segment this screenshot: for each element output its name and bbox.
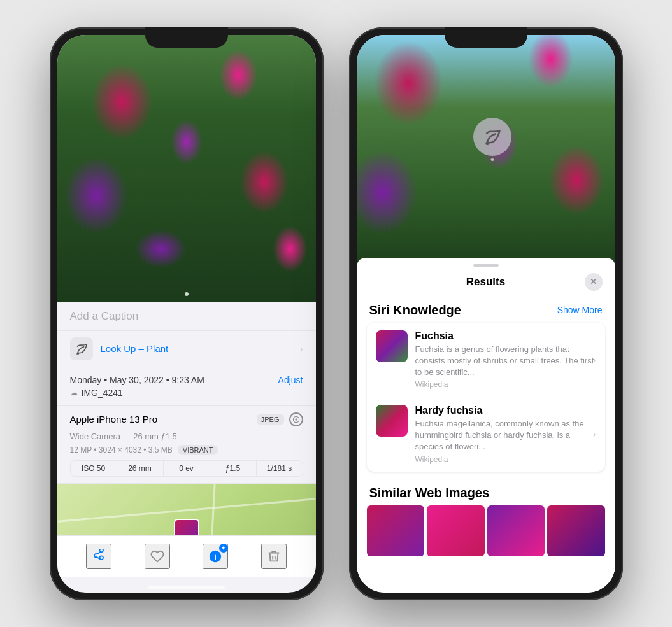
- fuchsia-content: Fuchsia Fuchsia is a genus of flowering …: [415, 330, 596, 390]
- flower-image-right: [357, 35, 615, 277]
- similar-images: [357, 505, 615, 556]
- close-button[interactable]: ✕: [585, 273, 603, 291]
- siri-knowledge-title: Siri Knowledge: [369, 303, 461, 318]
- fuchsia-name: Fuchsia: [415, 330, 596, 342]
- info-button[interactable]: i ✦: [203, 544, 228, 569]
- fuchsia-thumbnail: [376, 330, 408, 362]
- hardy-chevron-icon: ›: [593, 429, 596, 439]
- hardy-thumbnail: [376, 405, 408, 437]
- exif-iso: ISO 50: [71, 461, 117, 476]
- siri-dot: [490, 158, 494, 161]
- fuchsia-chevron-icon: ›: [593, 355, 596, 365]
- lookup-label: Look Up – Plant: [101, 343, 169, 354]
- cloud-icon: ☁: [70, 388, 78, 397]
- resolution: 12 MP • 3024 × 4032 • 3.5 MB: [70, 446, 173, 454]
- right-screen: Results ✕ Siri Knowledge Show More Fuchs…: [357, 35, 615, 593]
- similar-img-2[interactable]: [427, 505, 485, 556]
- left-phone: Add a Caption Look Up – Plant › Monday •…: [50, 27, 324, 600]
- meta-date: Monday • May 30, 2022 • 9:23 AM: [70, 375, 204, 385]
- svg-point-1: [295, 418, 297, 421]
- favorite-button[interactable]: [145, 544, 170, 569]
- lookup-row[interactable]: Look Up – Plant ›: [57, 331, 316, 367]
- similar-title: Similar Web Images: [369, 486, 490, 500]
- meta-section: Monday • May 30, 2022 • 9:23 AM Adjust ☁…: [57, 367, 316, 406]
- results-header: Results ✕: [357, 267, 615, 294]
- right-home-indicator: [448, 586, 524, 589]
- left-photo[interactable]: [57, 35, 316, 302]
- lens-icon: [289, 412, 303, 426]
- camera-specs: Wide Camera — 26 mm ƒ1.5: [70, 432, 303, 441]
- fuchsia-description: Fuchsia is a genus of flowering plants t…: [415, 344, 596, 379]
- right-phone: Results ✕ Siri Knowledge Show More Fuchs…: [349, 27, 623, 600]
- exif-ev: 0 ev: [164, 461, 210, 476]
- hardy-source: Wikipedia: [415, 455, 596, 464]
- siri-visual-lookup-button[interactable]: [473, 118, 511, 156]
- exif-aperture: ƒ1.5: [210, 461, 257, 476]
- similar-img-4[interactable]: [547, 505, 605, 556]
- knowledge-item-fuchsia[interactable]: Fuchsia Fuchsia is a genus of flowering …: [367, 323, 605, 398]
- exif-row: ISO 50 26 mm 0 ev ƒ1.5 1/181 s: [70, 460, 303, 477]
- right-photo[interactable]: [357, 35, 615, 277]
- results-sheet: Results ✕ Siri Knowledge Show More Fuchs…: [357, 258, 615, 593]
- hardy-name: Hardy fuchsia: [415, 405, 596, 416]
- svg-text:i: i: [214, 551, 217, 561]
- page-indicator: [185, 292, 189, 296]
- adjust-button[interactable]: Adjust: [278, 375, 303, 385]
- knowledge-card: Fuchsia Fuchsia is a genus of flowering …: [367, 323, 605, 472]
- similar-img-3[interactable]: [487, 505, 545, 556]
- style-badge: VIBRANT: [178, 445, 218, 455]
- info-badge: ✦: [219, 544, 228, 553]
- lookup-chevron-icon: ›: [300, 344, 303, 354]
- caption-placeholder: Add a Caption: [70, 310, 139, 322]
- show-more-button[interactable]: Show More: [557, 305, 603, 315]
- delete-button[interactable]: [261, 544, 287, 569]
- flower-image: [57, 35, 316, 302]
- left-screen: Add a Caption Look Up – Plant › Monday •…: [57, 35, 316, 593]
- exif-shutter: 1/181 s: [257, 461, 303, 476]
- similar-header: Similar Web Images: [357, 477, 615, 505]
- fuchsia-source: Wikipedia: [415, 380, 596, 389]
- similar-img-1[interactable]: [367, 505, 425, 556]
- device-name: Apple iPhone 13 Pro: [70, 414, 158, 425]
- lookup-icon: [70, 337, 93, 360]
- toolbar: i ✦: [57, 535, 316, 577]
- hardy-content: Hardy fuchsia Fuchsia magellanica, commo…: [415, 405, 596, 464]
- filename: IMG_4241: [82, 388, 123, 398]
- hardy-description: Fuchsia magellanica, commonly known as t…: [415, 418, 596, 453]
- knowledge-item-hardy[interactable]: Hardy fuchsia Fuchsia magellanica, commo…: [367, 397, 605, 472]
- home-indicator: [148, 586, 225, 589]
- format-badge: JPEG: [257, 414, 284, 425]
- caption-area[interactable]: Add a Caption: [57, 302, 316, 331]
- device-section: Apple iPhone 13 Pro JPEG Wide Camera — 2…: [57, 406, 316, 484]
- exif-mm: 26 mm: [117, 461, 164, 476]
- results-title: Results: [387, 276, 585, 288]
- siri-knowledge-header: Siri Knowledge Show More: [357, 294, 615, 323]
- share-button[interactable]: [86, 544, 111, 569]
